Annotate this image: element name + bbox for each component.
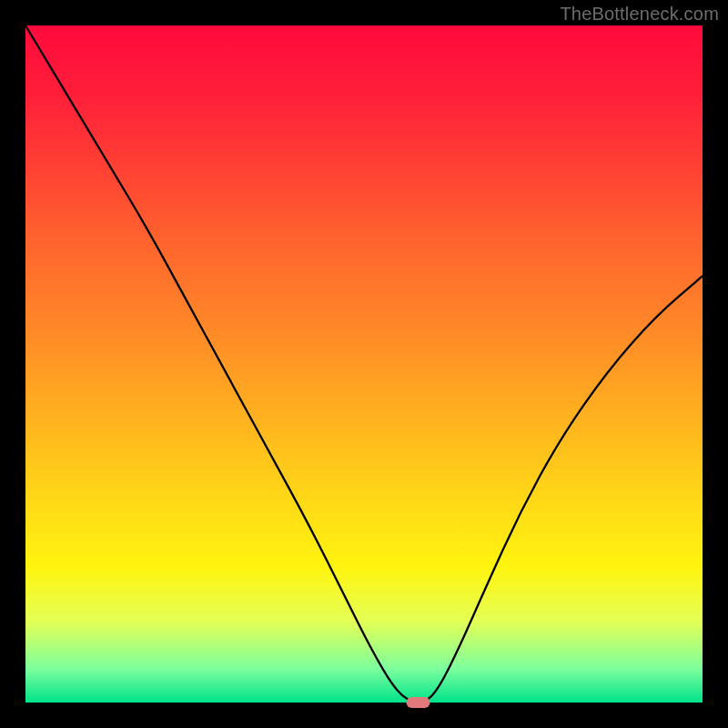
- bottleneck-curve: [25, 25, 703, 703]
- chart-frame: TheBottleneck.com: [0, 0, 728, 728]
- watermark-text: TheBottleneck.com: [560, 4, 719, 25]
- plot-area: [25, 25, 703, 703]
- optimum-marker: [407, 697, 430, 708]
- curve-layer: [25, 25, 703, 703]
